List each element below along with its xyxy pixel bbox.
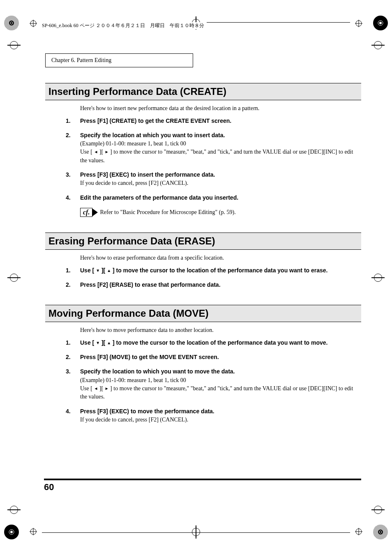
page: SP-606_e.book 60 ページ ２００４年６月２１日 月曜日 午前１０… — [0, 0, 392, 555]
up-arrow-icon: ▲ — [107, 340, 111, 346]
chapter-box: Chapter 6. Pattern Editing — [45, 53, 193, 67]
reg-mark — [192, 528, 200, 536]
left-arrow-icon: ◄ — [94, 149, 98, 155]
reg-mark — [374, 274, 382, 282]
svg-point-2 — [9, 21, 14, 25]
printer-disc-tr — [372, 15, 389, 31]
step-number: 1. — [66, 339, 71, 347]
step-number: 2. — [66, 353, 71, 361]
step-number: 3. — [66, 170, 71, 179]
printer-disc-br — [372, 524, 389, 540]
step-item: 1. Press [F1] (CREATE) to get the CREATE… — [66, 117, 361, 125]
reg-mark — [10, 274, 18, 282]
left-arrow-icon: ◄ — [94, 386, 98, 392]
printer-disc-bl — [3, 524, 20, 540]
step-bold: Use [ ▼ ][ ▲ ] to move the cursor to the… — [80, 267, 327, 274]
step-item: 1. Use [ ▼ ][ ▲ ] to move the cursor to … — [66, 339, 361, 347]
steps-list: 1. Press [F1] (CREATE) to get the CREATE… — [66, 117, 361, 202]
step-item: 2. Press [F3] (MOVE) to get the MOVE EVE… — [66, 353, 361, 362]
intro-text: Here's how to erase performance data fro… — [80, 254, 361, 262]
step-bold: Use [ ▼ ][ ▲ ] to move the cursor to the… — [80, 339, 327, 346]
crosshair-icon — [30, 528, 37, 535]
right-arrow-icon: ► — [105, 149, 109, 155]
step-number: 3. — [66, 367, 71, 375]
step-number: 2. — [66, 131, 71, 139]
svg-point-9 — [10, 531, 13, 533]
step-body: Use [ ◄ ][ ► ] to move the cursor to "me… — [80, 385, 353, 400]
step-bold: Edit the parameters of the performance d… — [80, 194, 238, 201]
step-item: 2. Specify the location at which you wan… — [66, 131, 361, 165]
cf-icon: cf. — [80, 208, 92, 217]
cf-row: cf. Refer to "Basic Procedure for Micros… — [80, 208, 361, 217]
cf-text: Refer to "Basic Procedure for Microscope… — [100, 209, 235, 216]
step-bold: Press [F3] (EXEC) to move the performanc… — [80, 408, 214, 415]
step-number: 2. — [66, 281, 71, 289]
step-number: 4. — [66, 193, 71, 202]
step-body: (Example) 01-1-00: measure 1, beat 1, ti… — [80, 140, 186, 147]
printer-disc-tl — [3, 15, 20, 31]
bookline-rule-bottom — [42, 532, 350, 533]
reg-mark — [374, 506, 382, 514]
steps-list: 1. Use [ ▼ ][ ▲ ] to move the cursor to … — [66, 339, 361, 424]
step-item: 1. Use [ ▼ ][ ▲ ] to move the cursor to … — [66, 266, 361, 275]
section-heading-create: Inserting Performance Data (CREATE) — [45, 83, 361, 100]
step-body: If you decide to cancel, press [F2] (CAN… — [80, 417, 188, 423]
step-number: 1. — [66, 117, 71, 125]
step-bold: Specify the location at which you want t… — [80, 132, 225, 138]
step-bold: Press [F3] (EXEC) to insert the performa… — [80, 171, 215, 178]
step-item: 3. Specify the location to which you wan… — [66, 367, 361, 401]
content: Chapter 6. Pattern Editing Inserting Per… — [45, 53, 361, 430]
step-number: 1. — [66, 266, 71, 274]
section-heading-move: Moving Performance Data (MOVE) — [45, 305, 361, 322]
crosshair-icon — [355, 20, 362, 27]
up-arrow-icon: ▲ — [107, 268, 111, 274]
step-body: Use [ ◄ ][ ► ] to move the cursor to "me… — [80, 149, 353, 163]
steps-list: 1. Use [ ▼ ][ ▲ ] to move the cursor to … — [66, 266, 361, 290]
step-item: 4. Edit the parameters of the performanc… — [66, 193, 361, 202]
step-bold: Press [F1] (CREATE) to get the CREATE EV… — [80, 117, 231, 124]
step-item: 2. Press [F2] (ERASE) to erase that perf… — [66, 281, 361, 289]
section-heading-erase: Erasing Performance Data (ERASE) — [45, 233, 361, 250]
down-arrow-icon: ▼ — [96, 340, 100, 346]
intro-text: Here's how to move performance data to a… — [80, 326, 361, 334]
page-number: 60 — [44, 482, 54, 493]
right-arrow-icon: ► — [105, 386, 109, 392]
down-arrow-icon: ▼ — [96, 268, 100, 274]
intro-text: Here's how to insert new performance dat… — [80, 104, 361, 113]
step-body: If you decide to cancel, press [F2] (CAN… — [80, 180, 188, 186]
step-number: 4. — [66, 407, 71, 415]
bookline-text: SP-606_e.book 60 ページ ２００４年６月２１日 月曜日 午前１０… — [42, 22, 207, 29]
reg-mark — [10, 506, 18, 514]
svg-point-12 — [378, 530, 383, 534]
crosshair-icon — [355, 528, 362, 535]
page-rule — [44, 479, 361, 480]
crosshair-icon — [30, 20, 37, 27]
svg-point-6 — [379, 22, 382, 24]
reg-mark — [10, 41, 18, 49]
step-body: (Example) 01-1-00: measure 1, beat 1, ti… — [80, 377, 186, 383]
step-item: 3. Press [F3] (EXEC) to insert the perfo… — [66, 170, 361, 188]
step-bold: Press [F3] (MOVE) to get the MOVE EVENT … — [80, 354, 219, 360]
step-item: 4. Press [F3] (EXEC) to move the perform… — [66, 407, 361, 424]
step-bold: Specify the location to which you want t… — [80, 368, 235, 375]
step-bold: Press [F2] (ERASE) to erase that perform… — [80, 281, 221, 288]
reg-mark — [374, 41, 382, 49]
